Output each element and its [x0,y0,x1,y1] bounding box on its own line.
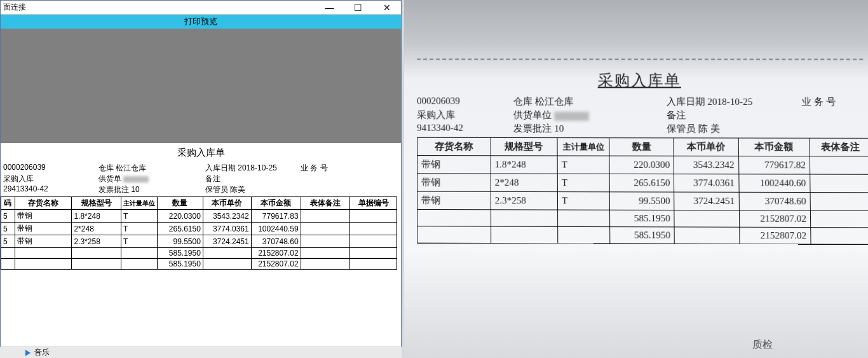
p-meta-code: 9413340-42 [417,123,513,135]
status-label: 音乐 [34,347,50,358]
meta-no: 0000206039 [3,163,98,174]
th-spec: 规格型号 [72,197,121,210]
photo-table-row: 带钢1.8*248T220.03003543.2342779617.82 [417,156,868,175]
printed-form-photo: 采购入库单 000206039 仓库 松江仓库 入库日期 2018-10-25 … [404,0,868,358]
meta-keeper: 保管员 陈美 [205,184,301,195]
p-th-unit: 主计量单位 [557,138,609,156]
photo-table-total-row: 585.19502152807.02 [417,226,868,245]
preview-background [1,29,401,143]
table-total-row: 585.19502152807.02 [1,248,397,259]
titlebar[interactable]: 面连接 — ☐ ✕ [1,1,401,15]
th-docno: 单据编号 [350,197,397,210]
meta-invoice: 发票批注 10 [98,184,205,195]
meta-bizno: 业 务 号 [301,163,364,174]
p-th-qty: 数量 [609,138,674,156]
meta-warehouse: 仓库 松江仓库 [98,163,205,174]
minimize-button[interactable]: — [315,1,344,14]
meta-code: 29413340-42 [3,184,98,195]
th-amt: 本币金额 [251,197,301,210]
th-name: 存货名称 [15,197,71,210]
meta-indate: 入库日期 2018-10-25 [205,163,301,174]
window-buttons: — ☐ ✕ [315,1,401,14]
p-meta-type: 采购入库 [417,109,513,121]
table-header-row: 码 存货名称 规格型号 主计量单位 数量 本币单价 本币金额 表体备注 单据编号 [1,197,397,210]
document-meta: 0000206039 仓库 松江仓库 入库日期 2018-10-25 业 务 号… [1,163,401,196]
statusbar: 音乐 [0,347,402,358]
close-button[interactable]: ✕ [372,1,401,14]
p-meta-indate: 入库日期 2018-10-25 [667,96,802,108]
photo-title: 采购入库单 [417,70,864,91]
th-price: 本币单价 [203,197,251,210]
p-meta-invoice: 发票批注 10 [513,123,667,135]
photo-table-row: 带钢2*248T265.61503774.03611002440.60 [417,174,868,193]
table-total-row: 585.19502152807.02 [1,259,397,270]
th-code: 码 [1,197,15,210]
toolbar-label: 打印预览 [184,16,217,27]
p-meta-supplier: 供货单位 [513,109,667,121]
tear-line [417,59,863,60]
document-title: 采购入库单 [1,147,401,159]
p-th-name: 存货名称 [417,137,491,155]
p-th-price: 本币单价 [674,138,738,156]
table-row: 5带钢1.8*248T220.03003543.2342779617.83 [1,210,397,223]
th-unit: 主计量单位 [121,197,158,210]
p-meta-warehouse: 仓库 松江仓库 [513,95,667,107]
meta-remark: 备注 [205,174,301,184]
table-row: 5带钢2.3*258T99.55003724.2451370748.60 [1,235,397,248]
meta-supplier: 供货单 [98,174,205,184]
photo-footer-word: 质检 [752,338,773,352]
play-icon[interactable] [25,350,31,356]
p-th-note: 表体备注 [810,138,868,156]
photo-table: 存货名称 规格型号 主计量单位 数量 本币单价 本币金额 表体备注 带钢1.8*… [417,137,868,245]
maximize-button[interactable]: ☐ [344,1,372,14]
p-meta-remark: 备注 [667,109,802,121]
p-th-spec: 规格型号 [491,137,557,155]
photo-table-total-row: 585.19502152807.02 [417,209,868,227]
photo-table-row: 带钢2.3*258T99.55003724.2451370748.60 [417,191,868,210]
meta-type: 采购入库 [3,174,98,184]
p-th-amt: 本币金额 [738,138,810,156]
th-qty: 数量 [158,197,203,210]
p-meta-bizno: 业 务 号 [802,96,864,108]
document-page: 采购入库单 0000206039 仓库 松江仓库 入库日期 2018-10-25… [1,143,401,354]
photo-table-header-row: 存货名称 规格型号 主计量单位 数量 本币单价 本币金额 表体备注 [417,137,868,156]
p-meta-no: 000206039 [417,95,513,107]
window-title: 面连接 [3,2,26,13]
p-meta-keeper: 保管员 陈 美 [667,123,802,135]
document-table: 码 存货名称 规格型号 主计量单位 数量 本币单价 本币金额 表体备注 单据编号… [1,196,397,270]
print-preview-window: 面连接 — ☐ ✕ 打印预览 采购入库单 0000206039 仓库 松江仓库 … [0,0,402,356]
table-row: 5带钢2*248T265.61503774.03611002440.59 [1,223,397,235]
th-note: 表体备注 [301,197,350,210]
toolbar[interactable]: 打印预览 [1,15,401,29]
